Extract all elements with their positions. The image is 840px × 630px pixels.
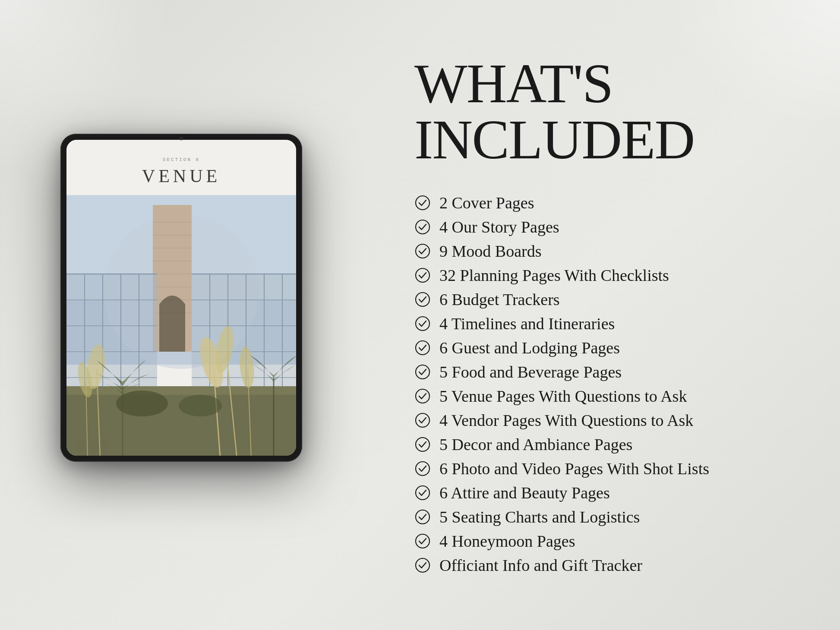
item-text: 5 Venue Pages With Questions to Ask — [439, 387, 687, 406]
venue-illustration — [66, 195, 296, 456]
checkmark-svg — [415, 533, 430, 549]
tablet-screen: SECTION 8 VENUE — [66, 140, 296, 456]
check-icon — [414, 533, 431, 549]
checklist-item: 4 Vendor Pages With Questions to Ask — [414, 411, 797, 430]
checklist-item: 5 Decor and Ambiance Pages — [414, 435, 797, 454]
checkmark-svg — [415, 268, 430, 283]
check-icon — [414, 557, 431, 573]
svg-point-52 — [416, 268, 429, 282]
checklist-item: 32 Planning Pages With Checklists — [414, 266, 797, 285]
check-icon — [414, 195, 431, 211]
svg-point-57 — [416, 389, 429, 403]
checklist-item: 5 Venue Pages With Questions to Ask — [414, 387, 797, 406]
svg-point-49 — [416, 196, 429, 210]
item-text: 4 Timelines and Itineraries — [439, 314, 615, 333]
svg-point-55 — [416, 341, 429, 355]
item-text: 5 Seating Charts and Logistics — [439, 507, 640, 526]
item-text: 4 Vendor Pages With Questions to Ask — [439, 411, 693, 430]
svg-point-60 — [416, 462, 429, 476]
svg-point-64 — [416, 558, 429, 572]
svg-point-63 — [416, 534, 429, 548]
item-text: Officiant Info and Gift Tracker — [439, 556, 642, 575]
screen-image-area — [66, 195, 296, 456]
item-text: 6 Budget Trackers — [439, 290, 560, 309]
checkmark-svg — [415, 292, 430, 307]
check-icon — [414, 267, 431, 284]
checklist-item: 5 Food and Beverage Pages — [414, 362, 797, 381]
item-text: 6 Attire and Beauty Pages — [439, 483, 610, 502]
svg-point-58 — [416, 413, 429, 427]
svg-point-50 — [416, 220, 429, 234]
checkmark-svg — [415, 364, 430, 380]
item-text: 4 Our Story Pages — [439, 217, 559, 236]
svg-point-47 — [116, 391, 168, 416]
checklist-item: 6 Guest and Lodging Pages — [414, 338, 797, 357]
checklist-item: Officiant Info and Gift Tracker — [414, 556, 797, 575]
item-text: 9 Mood Boards — [439, 242, 541, 261]
svg-point-62 — [416, 510, 429, 524]
checklist: 2 Cover Pages 4 Our Story Pages 9 Mood B… — [414, 193, 797, 575]
svg-point-48 — [179, 395, 222, 416]
checkmark-svg — [415, 437, 430, 452]
checkmark-svg — [415, 316, 430, 331]
check-icon — [414, 412, 431, 428]
svg-point-56 — [416, 365, 429, 379]
screen-content: SECTION 8 VENUE — [66, 140, 296, 456]
checklist-item: 6 Budget Trackers — [414, 290, 797, 309]
right-panel: WHAT'S INCLUDED 2 Cover Pages 4 Our Stor… — [388, 0, 840, 630]
venue-title: VENUE — [142, 166, 221, 186]
check-icon — [414, 291, 431, 308]
checklist-item: 4 Timelines and Itineraries — [414, 314, 797, 333]
check-icon — [414, 340, 431, 356]
checkmark-svg — [415, 461, 430, 476]
left-panel: SECTION 8 VENUE — [0, 0, 388, 630]
item-text: 2 Cover Pages — [439, 193, 534, 212]
checkmark-svg — [415, 195, 430, 211]
checkmark-svg — [415, 558, 430, 573]
checkmark-svg — [415, 485, 430, 501]
tablet-camera — [180, 137, 183, 140]
checklist-item: 2 Cover Pages — [414, 193, 797, 212]
item-text: 5 Decor and Ambiance Pages — [439, 435, 632, 454]
tablet-device: SECTION 8 VENUE — [60, 134, 302, 462]
checklist-item: 4 Our Story Pages — [414, 217, 797, 236]
check-icon — [414, 509, 431, 525]
check-icon — [414, 485, 431, 501]
svg-point-53 — [416, 293, 429, 306]
section-label: SECTION 8 — [163, 157, 200, 162]
check-icon — [414, 219, 431, 235]
item-text: 4 Honeymoon Pages — [439, 532, 575, 551]
checkmark-svg — [415, 340, 430, 356]
item-text: 6 Photo and Video Pages With Shot Lists — [439, 459, 709, 478]
item-text: 5 Food and Beverage Pages — [439, 362, 622, 381]
check-icon — [414, 243, 431, 259]
checkmark-svg — [415, 388, 430, 404]
item-text: 6 Guest and Lodging Pages — [439, 338, 620, 357]
main-title: WHAT'S INCLUDED — [414, 55, 797, 167]
screen-top: SECTION 8 VENUE — [66, 140, 296, 195]
checklist-item: 6 Attire and Beauty Pages — [414, 483, 797, 502]
check-icon — [414, 460, 431, 477]
check-icon — [414, 436, 431, 453]
check-icon — [414, 364, 431, 380]
check-icon — [414, 315, 431, 332]
svg-point-61 — [416, 486, 429, 500]
svg-point-54 — [416, 317, 429, 331]
checkmark-svg — [415, 243, 430, 259]
svg-point-59 — [416, 438, 429, 451]
checkmark-svg — [415, 509, 430, 525]
item-text: 32 Planning Pages With Checklists — [439, 266, 669, 285]
checklist-item: 5 Seating Charts and Logistics — [414, 507, 797, 526]
checklist-item: 6 Photo and Video Pages With Shot Lists — [414, 459, 797, 478]
checklist-item: 9 Mood Boards — [414, 242, 797, 261]
checkmark-svg — [415, 219, 430, 235]
svg-point-51 — [416, 244, 429, 258]
checklist-item: 4 Honeymoon Pages — [414, 532, 797, 551]
checkmark-svg — [415, 413, 430, 428]
check-icon — [414, 388, 431, 404]
